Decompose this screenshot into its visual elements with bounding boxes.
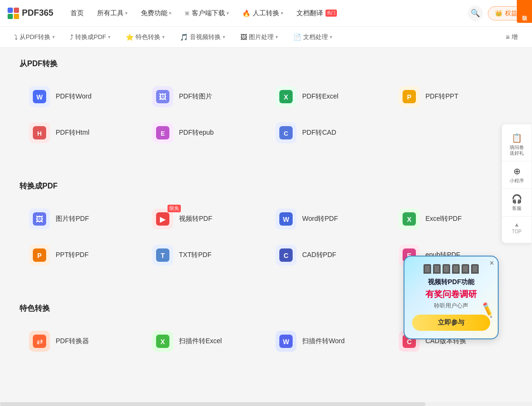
svg-text:H: H xyxy=(37,130,41,137)
tool-video-to-pdf[interactable]: ▶ 视频转PDF 限免 xyxy=(143,201,266,237)
service-icon: 🎧 xyxy=(512,194,522,204)
svg-text:C: C xyxy=(284,252,288,259)
svg-text:C: C xyxy=(284,130,288,137)
chevron-down-icon: ▾ xyxy=(227,10,229,16)
tool-scan-to-excel[interactable]: X 扫描件转Excel xyxy=(143,323,266,359)
chevron-down-icon: ▾ xyxy=(281,10,283,16)
questionnaire-icon: 📋 xyxy=(512,133,522,143)
miniprogram-icon: ⊕ xyxy=(513,166,521,177)
sub-nav: ⤵ 从PDF转换 ▾ ⤴ 转换成PDF ▾ ⭐ 特色转换 ▾ 🎵 音视频转换 ▾… xyxy=(0,27,532,48)
sidebar-miniprogram[interactable]: ⊕ 小程序 xyxy=(502,161,532,189)
tools-grid-from-pdf: W PDF转Word 🖼 PDF转图片 X PDF转Excel P xyxy=(20,79,512,151)
chevron-down-icon: ▾ xyxy=(276,34,278,40)
popup-subtitle: 有奖问卷调研 xyxy=(412,289,490,300)
subnav-icon: 🎵 xyxy=(180,33,188,41)
svg-text:E: E xyxy=(161,130,165,137)
tool-txt-to-pdf[interactable]: T TXT转PDF xyxy=(143,237,266,273)
svg-text:T: T xyxy=(161,252,165,259)
sidebar-questionnaire-label: 填问卷送好礼 xyxy=(510,145,524,156)
tool-pdf-to-html[interactable]: H PDF转Html xyxy=(20,115,143,151)
tool-pdf-to-image[interactable]: 🖼 PDF转图片 xyxy=(143,79,266,115)
search-button[interactable]: 🔍 xyxy=(468,6,483,21)
sidebar-questionnaire[interactable]: 📋 填问卷送好礼 xyxy=(502,128,532,161)
sidebar-top-label: TOP xyxy=(512,229,522,234)
popup-card: × 视频转PDF功能 有奖问卷调研 聆听用户心声 立即参与 ✏️ xyxy=(404,256,499,339)
section-divider-1 xyxy=(4,166,528,172)
search-icon: 🔍 xyxy=(471,9,480,18)
tool-img-to-pdf[interactable]: 🖼 图片转PDF xyxy=(20,201,143,237)
ring-1 xyxy=(424,264,431,274)
subnav-icon: ⤴ xyxy=(70,33,73,41)
tool-excel-to-pdf[interactable]: X Excel转PDF xyxy=(389,201,512,237)
logo-area[interactable]: PDF365 xyxy=(8,8,53,19)
sidebar-service-label: 客服 xyxy=(512,206,522,211)
hot-badge: 热门 xyxy=(325,10,337,17)
tool-pdf-converter[interactable]: ⇄ PDF转换器 xyxy=(20,323,143,359)
subnav-from-pdf[interactable]: ⤵ 从PDF转换 ▾ xyxy=(8,30,61,44)
tool-pdf-to-ppt[interactable]: P PDF转PPT xyxy=(389,79,512,115)
nav-items: 首页 所有工具 ▾ 免费功能 ▾ ▣ 客户端下载 ▾ 🔥 人工转换 ▾ 文档翻译… xyxy=(65,6,468,20)
ring-2 xyxy=(433,264,441,274)
chevron-down-icon: ▾ xyxy=(330,34,332,40)
crown-icon: 👑 xyxy=(495,10,502,17)
svg-text:X: X xyxy=(284,93,288,101)
tool-icon-scan-to-excel: X xyxy=(152,331,173,352)
popup-desc: 聆听用户心声 xyxy=(412,302,490,310)
top-arrow-icon: ▲ xyxy=(514,221,520,228)
tool-icon-txt-to-pdf: T xyxy=(152,245,173,266)
tool-scan-to-word[interactable]: W 扫描件转Word xyxy=(266,323,389,359)
tool-pdf-to-epub[interactable]: E PDF转epub xyxy=(143,115,266,151)
nav-free-features[interactable]: 免费功能 ▾ xyxy=(135,6,177,20)
logo-text: PDF365 xyxy=(22,8,53,18)
tool-pdf-to-word[interactable]: W PDF转Word xyxy=(20,79,143,115)
tool-icon-pdf-to-excel: X xyxy=(276,86,296,107)
sidebar-right: 📋 填问卷送好礼 ⊕ 小程序 🎧 客服 ▲ TOP xyxy=(502,124,532,243)
tool-word-to-pdf[interactable]: W Word转PDF xyxy=(266,201,389,237)
subnav-doc-proc[interactable]: 📄 文档处理 ▾ xyxy=(286,30,339,44)
chevron-down-icon: ▾ xyxy=(52,34,55,40)
subnav-special[interactable]: ⭐ 特色转换 ▾ xyxy=(119,30,171,44)
popup-participate-button[interactable]: 立即参与 xyxy=(412,315,490,331)
chevron-down-icon: ▾ xyxy=(169,10,171,16)
popup-close-button[interactable]: × xyxy=(490,259,494,267)
nav-human-convert[interactable]: 🔥 人工转换 ▾ xyxy=(236,6,289,20)
tool-icon-scan-to-word: W xyxy=(276,331,296,352)
tool-cad-to-pdf[interactable]: C CAD转PDF xyxy=(266,237,389,273)
sidebar-top-button[interactable]: ▲ TOP xyxy=(509,217,524,239)
popup-overlay: × 视频转PDF功能 有奖问卷调研 聆听用户心声 立即参与 ✏️ xyxy=(404,256,499,339)
nav-client-download[interactable]: ▣ 客户端下载 ▾ xyxy=(179,6,235,20)
tool-pdf-to-excel[interactable]: X PDF转Excel xyxy=(266,79,389,115)
ring-3 xyxy=(443,264,450,274)
tool-icon-pdf-converter: ⇄ xyxy=(29,331,50,352)
svg-text:W: W xyxy=(36,93,43,101)
tool-icon-pdf-to-word: W xyxy=(29,86,50,107)
tool-icon-cad-to-pdf: C xyxy=(276,245,296,266)
nav-home[interactable]: 首页 xyxy=(65,6,89,20)
subnav-image-proc[interactable]: 🖼 图片处理 ▾ xyxy=(234,30,285,44)
subnav-more[interactable]: ≡ 增 xyxy=(499,30,524,44)
tool-icon-word-to-pdf: W xyxy=(276,208,296,229)
subnav-audio-video[interactable]: 🎵 音视频转换 ▾ xyxy=(173,30,232,44)
ring-6 xyxy=(471,264,479,274)
chevron-down-icon: ▾ xyxy=(108,34,110,40)
tool-icon-pdf-to-image: 🖼 xyxy=(152,86,173,107)
subnav-to-pdf[interactable]: ⤴ 转换成PDF ▾ xyxy=(63,30,117,44)
svg-text:W: W xyxy=(283,338,289,346)
svg-text:⇄: ⇄ xyxy=(37,337,43,346)
nav-right: 🔍 👑 权益 xyxy=(468,6,524,21)
ring-5 xyxy=(462,264,469,274)
tool-pdf-to-cad[interactable]: C PDF转CAD xyxy=(266,115,389,151)
section-title-to-pdf: 转换成PDF xyxy=(20,181,512,191)
orange-promo-box[interactable]: 领取 xyxy=(517,0,532,23)
nav-all-tools[interactable]: 所有工具 ▾ xyxy=(91,6,133,20)
tool-ppt-to-pdf[interactable]: P PPT转PDF xyxy=(20,237,143,273)
subnav-icon: ⭐ xyxy=(126,33,134,41)
tool-icon-ppt-to-pdf: P xyxy=(29,245,50,266)
chevron-down-icon: ▾ xyxy=(162,34,165,40)
chevron-down-icon: ▾ xyxy=(223,34,225,40)
subnav-icon: 📄 xyxy=(293,33,301,41)
sidebar-service[interactable]: 🎧 客服 xyxy=(502,189,532,217)
xian-mian-badge: 限免 xyxy=(167,205,181,212)
nav-doc-translate[interactable]: 文档翻译 热门 xyxy=(291,6,343,20)
popup-title: 视频转PDF功能 xyxy=(412,277,490,287)
